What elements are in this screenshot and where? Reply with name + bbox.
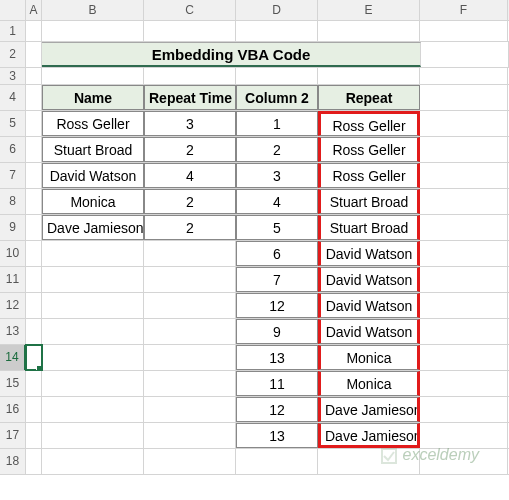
cell-col2[interactable]: 9 <box>236 319 318 344</box>
cell-F11[interactable] <box>420 267 508 292</box>
row-header-15[interactable]: 15 <box>0 371 26 396</box>
cell-col2[interactable]: 13 <box>236 345 318 370</box>
cell-col2[interactable]: 5 <box>236 215 318 240</box>
cell-rt[interactable]: 2 <box>144 215 236 240</box>
cell-repeat[interactable]: David Watson <box>318 241 420 266</box>
header-repeat-time[interactable]: Repeat Time <box>144 85 236 110</box>
cell-F16[interactable] <box>420 397 508 422</box>
cell-B16[interactable] <box>42 397 144 422</box>
row-header-2[interactable]: 2 <box>0 42 26 67</box>
cell-A12[interactable] <box>26 293 42 318</box>
cell-A14-selected[interactable] <box>26 345 42 370</box>
cell-col2[interactable]: 2 <box>236 137 318 162</box>
cell-rt[interactable]: 2 <box>144 137 236 162</box>
cell-A17[interactable] <box>26 423 42 448</box>
cell-col2[interactable]: 12 <box>236 397 318 422</box>
cell-A18[interactable] <box>26 449 42 474</box>
cell-C10[interactable] <box>144 241 236 266</box>
cell-B15[interactable] <box>42 371 144 396</box>
cell-repeat[interactable]: Monica <box>318 345 420 370</box>
cell-A2[interactable] <box>26 42 42 67</box>
cell-A6[interactable] <box>26 137 42 162</box>
cell-F8[interactable] <box>420 189 508 214</box>
row-header-1[interactable]: 1 <box>0 21 26 41</box>
cell-A3[interactable] <box>26 68 42 84</box>
cell-A16[interactable] <box>26 397 42 422</box>
cell-B12[interactable] <box>42 293 144 318</box>
col-header-F[interactable]: F <box>420 0 508 20</box>
cell-F3[interactable] <box>420 68 508 84</box>
cell-name[interactable]: David Watson <box>42 163 144 188</box>
row-header-9[interactable]: 9 <box>0 215 26 240</box>
header-repeat[interactable]: Repeat <box>318 85 420 110</box>
cell-repeat[interactable]: Ross Geller <box>318 163 420 188</box>
cell-D18[interactable] <box>236 449 318 474</box>
cell-rt[interactable]: 2 <box>144 189 236 214</box>
cell-F7[interactable] <box>420 163 508 188</box>
cell-repeat[interactable]: Ross Geller <box>318 137 420 162</box>
row-header-3[interactable]: 3 <box>0 68 26 84</box>
cell-C11[interactable] <box>144 267 236 292</box>
row-header-11[interactable]: 11 <box>0 267 26 292</box>
cell-repeat[interactable]: David Watson <box>318 293 420 318</box>
cell-E1[interactable] <box>318 21 420 41</box>
cell-F13[interactable] <box>420 319 508 344</box>
cell-F15[interactable] <box>420 371 508 396</box>
cell-repeat[interactable]: Stuart Broad <box>318 215 420 240</box>
cell-F12[interactable] <box>420 293 508 318</box>
cell-A15[interactable] <box>26 371 42 396</box>
cell-B3[interactable] <box>42 68 144 84</box>
cell-B13[interactable] <box>42 319 144 344</box>
cell-rt[interactable]: 3 <box>144 111 236 136</box>
cell-A10[interactable] <box>26 241 42 266</box>
cell-name[interactable]: Ross Geller <box>42 111 144 136</box>
cell-col2[interactable]: 4 <box>236 189 318 214</box>
col-header-D[interactable]: D <box>236 0 318 20</box>
cell-E18[interactable] <box>318 449 420 474</box>
cell-name[interactable]: Stuart Broad <box>42 137 144 162</box>
cell-A13[interactable] <box>26 319 42 344</box>
row-header-10[interactable]: 10 <box>0 241 26 266</box>
cell-B10[interactable] <box>42 241 144 266</box>
cell-B18[interactable] <box>42 449 144 474</box>
cell-repeat[interactable]: David Watson <box>318 267 420 292</box>
cell-A4[interactable] <box>26 85 42 110</box>
row-header-4[interactable]: 4 <box>0 85 26 110</box>
cell-F18[interactable] <box>420 449 508 474</box>
cell-D1[interactable] <box>236 21 318 41</box>
header-name[interactable]: Name <box>42 85 144 110</box>
cell-A11[interactable] <box>26 267 42 292</box>
select-all-corner[interactable] <box>0 0 26 20</box>
cell-A1[interactable] <box>26 21 42 41</box>
cell-C3[interactable] <box>144 68 236 84</box>
cell-C1[interactable] <box>144 21 236 41</box>
cell-repeat[interactable]: Dave Jamieson <box>318 397 420 422</box>
cell-repeat[interactable]: Dave Jamieson <box>318 423 420 448</box>
cell-col2[interactable]: 1 <box>236 111 318 136</box>
cell-C16[interactable] <box>144 397 236 422</box>
row-header-7[interactable]: 7 <box>0 163 26 188</box>
cell-col2[interactable]: 12 <box>236 293 318 318</box>
cell-A8[interactable] <box>26 189 42 214</box>
cell-B11[interactable] <box>42 267 144 292</box>
cell-F2[interactable] <box>421 42 509 67</box>
cell-col2[interactable]: 6 <box>236 241 318 266</box>
title-cell[interactable]: Embedding VBA Code <box>42 42 421 67</box>
cell-C14[interactable] <box>144 345 236 370</box>
cell-F5[interactable] <box>420 111 508 136</box>
cell-C17[interactable] <box>144 423 236 448</box>
row-header-16[interactable]: 16 <box>0 397 26 422</box>
cell-C18[interactable] <box>144 449 236 474</box>
cell-repeat[interactable]: Ross Geller <box>318 111 420 136</box>
cell-F1[interactable] <box>420 21 508 41</box>
cell-col2[interactable]: 3 <box>236 163 318 188</box>
cell-C13[interactable] <box>144 319 236 344</box>
cell-F14[interactable] <box>420 345 508 370</box>
cell-rt[interactable]: 4 <box>144 163 236 188</box>
cell-F4[interactable] <box>420 85 508 110</box>
cell-name[interactable]: Dave Jamieson <box>42 215 144 240</box>
cell-F9[interactable] <box>420 215 508 240</box>
col-header-C[interactable]: C <box>144 0 236 20</box>
cell-C15[interactable] <box>144 371 236 396</box>
cell-E3[interactable] <box>318 68 420 84</box>
